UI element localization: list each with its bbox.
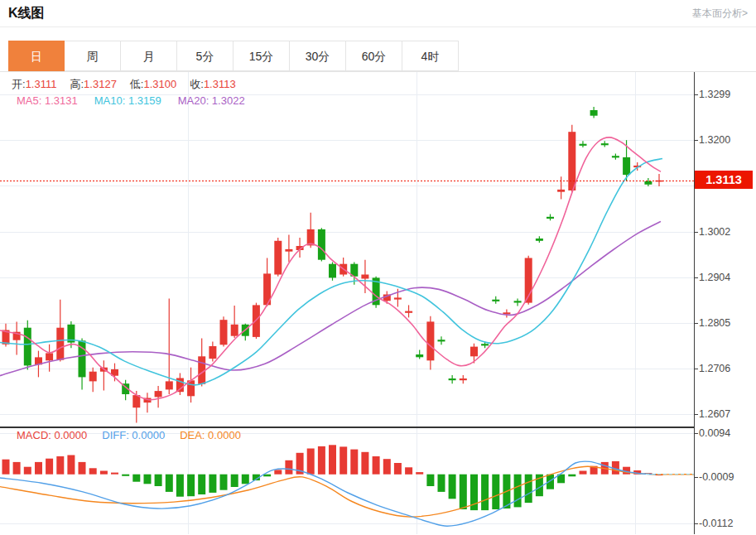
timeframe-tab-2[interactable]: 月	[121, 41, 177, 71]
kline-chart[interactable]	[0, 72, 756, 534]
candle-body	[426, 321, 434, 360]
candle-body	[307, 229, 315, 246]
candle	[56, 300, 64, 362]
candle	[503, 309, 510, 317]
fundamental-analysis-link[interactable]: 基本面分析>	[692, 7, 748, 21]
candle-body	[601, 143, 609, 145]
candle	[111, 364, 118, 382]
candle-body	[644, 181, 652, 185]
macd-bar	[285, 460, 292, 475]
candle-body	[89, 372, 97, 382]
candle	[166, 299, 173, 395]
candle-body	[24, 328, 31, 366]
macd-bar	[307, 449, 315, 475]
candle-body	[361, 275, 368, 279]
candle-body	[329, 264, 336, 278]
candle-body	[470, 347, 478, 357]
candle-body	[481, 344, 489, 345]
timeframe-tab-4[interactable]: 15分	[234, 41, 290, 71]
macd-bar	[438, 475, 445, 492]
macd-bar	[525, 475, 532, 503]
kline-chart-area[interactable]: 开:1.3111高:1.3127低:1.3100收:1.3113 MA5: 1.…	[0, 72, 756, 534]
macd-bar	[373, 456, 380, 475]
macd-bar	[89, 468, 97, 474]
macd-bar	[318, 446, 325, 475]
candle	[274, 238, 282, 277]
macd-bar	[144, 475, 152, 484]
candle-body	[612, 156, 619, 157]
candle-body	[394, 297, 402, 299]
candle-body	[166, 381, 173, 389]
candle-body	[405, 311, 412, 313]
macd-bar	[383, 459, 391, 475]
candle	[318, 228, 325, 261]
candle	[514, 299, 522, 306]
macd-bar	[100, 471, 108, 475]
macd-bar	[111, 473, 118, 475]
macd-bar	[176, 475, 184, 497]
macd-bar	[79, 462, 86, 475]
macd-bar	[568, 475, 575, 477]
macd-bar	[426, 475, 434, 486]
candle-body	[285, 249, 292, 252]
macd-bar	[350, 450, 358, 475]
timeframe-tab-6[interactable]: 60分	[346, 41, 402, 71]
candle	[492, 296, 499, 304]
candle-body	[46, 353, 53, 360]
macd-bar	[394, 463, 402, 475]
candle	[416, 350, 423, 359]
candle	[580, 141, 587, 147]
candle	[176, 373, 184, 395]
timeframe-tab-3[interactable]: 5分	[177, 41, 234, 71]
candle	[46, 345, 53, 372]
page-header: K线图 基本面分析>	[0, 0, 756, 27]
candle-body	[536, 239, 543, 241]
candle-body	[220, 320, 228, 345]
candle-body	[514, 301, 522, 302]
candle	[460, 375, 467, 383]
candle-body	[557, 190, 565, 192]
macd-bar	[481, 475, 489, 510]
candle	[449, 375, 456, 383]
macd-bar	[56, 456, 64, 475]
candle-body	[318, 229, 325, 260]
macd-bar	[449, 475, 456, 499]
candle	[557, 176, 565, 199]
candle-body	[449, 378, 456, 380]
candle-body	[547, 217, 554, 219]
timeframe-tab-0[interactable]: 日	[8, 41, 65, 71]
candle-body	[253, 305, 260, 337]
timeframe-tab-7[interactable]: 4时	[402, 41, 459, 71]
macd-bars-layer	[2, 445, 663, 510]
macd-bar	[13, 462, 21, 475]
macd-bar	[67, 455, 75, 475]
page-title: K线图	[8, 5, 45, 22]
candle	[100, 360, 108, 390]
candle-body	[209, 346, 216, 359]
macd-bar	[24, 467, 31, 475]
timeframe-tab-5[interactable]: 30分	[290, 41, 346, 71]
candle-body	[416, 354, 423, 357]
macd-bar	[209, 475, 216, 493]
macd-bar	[35, 462, 42, 475]
candle-body	[56, 328, 64, 360]
candle	[285, 235, 292, 263]
macd-bar	[580, 471, 587, 475]
macd-bar	[416, 472, 423, 475]
macd-bar	[405, 467, 412, 475]
macd-bar	[2, 460, 10, 475]
candle	[122, 380, 129, 401]
macd-bar	[198, 475, 205, 494]
candle-body	[623, 157, 630, 175]
macd-bar	[492, 475, 499, 509]
candle	[24, 321, 31, 370]
candle	[89, 368, 97, 393]
macd-bar	[460, 475, 467, 509]
timeframe-tab-1[interactable]: 周	[65, 41, 121, 71]
candles-layer	[2, 107, 663, 423]
candle	[536, 236, 543, 243]
macd-bar	[166, 475, 173, 492]
macd-bar	[361, 452, 368, 475]
timeframe-tabs: 日周月5分15分30分60分4时	[0, 41, 756, 72]
candle	[612, 153, 619, 159]
